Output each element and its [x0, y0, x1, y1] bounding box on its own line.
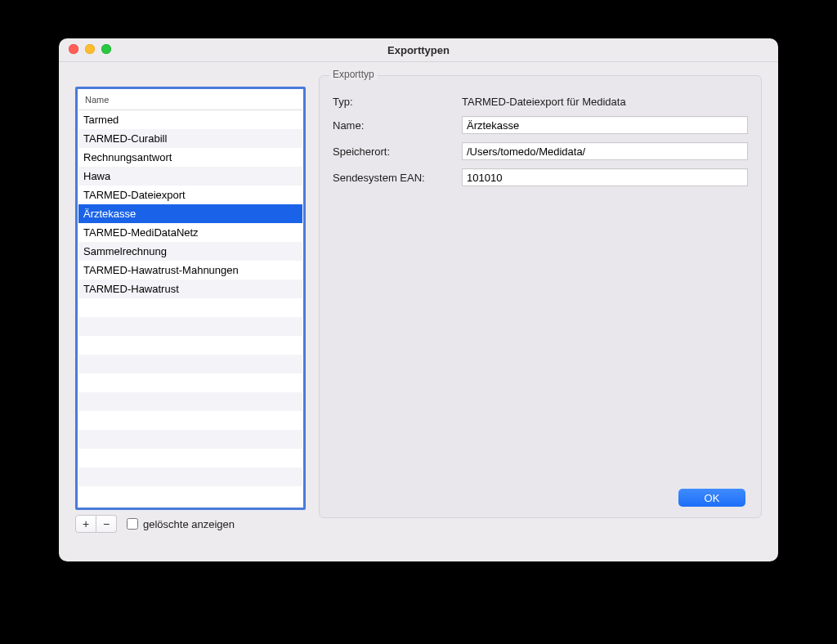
dialog-window: Exporttypen Name TarmedTARMED-CurabillRe…: [59, 38, 778, 561]
label-typ: Typ:: [333, 96, 455, 108]
value-typ: TARMED-Dateiexport für Medidata: [462, 96, 748, 108]
ok-button[interactable]: OK: [678, 489, 745, 507]
table-row[interactable]: Ärztekasse: [78, 204, 302, 223]
table-body[interactable]: TarmedTARMED-CurabillRechnungsantwortHaw…: [78, 110, 302, 507]
label-speicherort: Speicherort:: [333, 145, 455, 158]
window-controls: [69, 44, 111, 54]
table-row[interactable]: Tarmed: [78, 110, 302, 129]
table-row[interactable]: TARMED-Hawatrust-Mahnungen: [78, 261, 302, 280]
show-deleted-label: gelöschte anzeigen: [143, 518, 235, 530]
exporttypen-table[interactable]: Name TarmedTARMED-CurabillRechnungsantwo…: [75, 87, 306, 510]
left-column: Name TarmedTARMED-CurabillRechnungsantwo…: [75, 75, 306, 533]
input-sendesystem[interactable]: [462, 168, 748, 186]
close-icon[interactable]: [69, 44, 78, 54]
table-row[interactable]: TARMED-MediDataNetz: [78, 223, 302, 242]
table-row[interactable]: [78, 411, 302, 430]
table-row[interactable]: Hawa: [78, 167, 302, 186]
plus-icon: +: [83, 518, 89, 530]
table-row[interactable]: TARMED-Hawatrust: [78, 280, 302, 298]
show-deleted-checkbox[interactable]: gelöschte anzeigen: [127, 518, 235, 530]
add-button[interactable]: +: [75, 515, 96, 533]
window-title: Exporttypen: [387, 44, 450, 56]
detail-form: Typ: TARMED-Dateiexport für Medidata Nam…: [333, 96, 748, 186]
table-row[interactable]: Sammelrechnung: [78, 242, 302, 261]
zoom-icon[interactable]: [101, 44, 111, 54]
minimize-icon[interactable]: [85, 44, 95, 54]
table-row[interactable]: [78, 373, 302, 392]
table-row[interactable]: [78, 467, 302, 486]
label-name: Name:: [333, 119, 455, 132]
groupbox-label: Exporttyp: [329, 69, 378, 80]
minus-icon: −: [103, 518, 110, 530]
table-row[interactable]: [78, 336, 302, 355]
label-sendesystem: Sendesystem EAN:: [333, 172, 455, 184]
content-area: Name TarmedTARMED-CurabillRechnungsantwo…: [59, 62, 778, 561]
input-speicherort[interactable]: [462, 142, 748, 160]
table-row[interactable]: Rechnungsantwort: [78, 148, 302, 167]
table-row[interactable]: [78, 355, 302, 373]
table-row[interactable]: [78, 486, 302, 505]
table-footer: + − gelöschte anzeigen: [75, 515, 306, 533]
right-column: Exporttyp Typ: TARMED-Dateiexport für Me…: [319, 75, 762, 518]
table-row[interactable]: [78, 317, 302, 336]
table-row[interactable]: [78, 430, 302, 449]
table-row[interactable]: [78, 449, 302, 467]
show-deleted-input[interactable]: [127, 518, 138, 530]
table-header[interactable]: Name: [78, 90, 302, 110]
remove-button[interactable]: −: [96, 515, 117, 533]
exporttyp-groupbox: Exporttyp Typ: TARMED-Dateiexport für Me…: [319, 75, 762, 518]
table-row[interactable]: [78, 298, 302, 317]
column-name-header: Name: [85, 95, 109, 105]
input-name[interactable]: [462, 116, 748, 134]
titlebar: Exporttypen: [59, 38, 778, 62]
table-row[interactable]: [78, 392, 302, 411]
table-row[interactable]: TARMED-Dateiexport: [78, 186, 302, 204]
table-row[interactable]: TARMED-Curabill: [78, 129, 302, 148]
